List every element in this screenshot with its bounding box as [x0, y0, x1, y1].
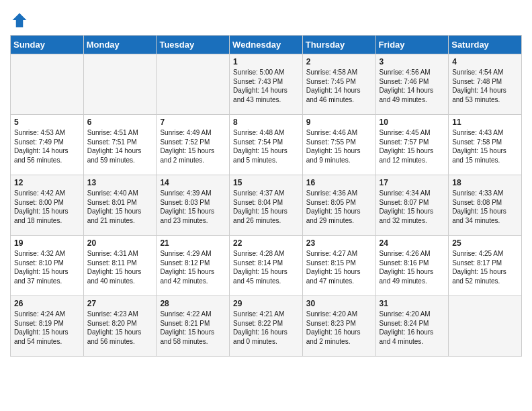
calendar-cell: 19Sunrise: 4:32 AMSunset: 8:10 PMDayligh…	[11, 236, 84, 296]
day-number: 26	[14, 299, 80, 308]
calendar-cell: 7Sunrise: 4:49 AMSunset: 7:52 PMDaylight…	[157, 115, 230, 175]
day-info: Sunrise: 4:56 AMSunset: 7:46 PMDaylight:…	[380, 68, 445, 104]
day-number: 9	[306, 118, 372, 127]
day-info: Sunrise: 4:49 AMSunset: 7:52 PMDaylight:…	[160, 128, 226, 165]
day-number: 21	[160, 238, 226, 248]
day-number: 6	[87, 118, 153, 127]
weekday-header-thursday: Thursday	[302, 36, 375, 54]
calendar-cell: 21Sunrise: 4:29 AMSunset: 8:12 PMDayligh…	[157, 236, 230, 296]
calendar-week-0: 1Sunrise: 5:00 AMSunset: 7:43 PMDaylight…	[11, 54, 522, 115]
calendar-cell: 11Sunrise: 4:43 AMSunset: 7:58 PMDayligh…	[449, 115, 522, 175]
day-number: 28	[160, 299, 226, 308]
calendar-cell: 31Sunrise: 4:20 AMSunset: 8:24 PMDayligh…	[375, 296, 449, 357]
day-info: Sunrise: 4:37 AMSunset: 8:04 PMDaylight:…	[233, 189, 299, 225]
day-number: 22	[233, 238, 299, 248]
day-info: Sunrise: 4:33 AMSunset: 8:08 PMDaylight:…	[452, 189, 518, 225]
calendar-cell: 12Sunrise: 4:42 AMSunset: 8:00 PMDayligh…	[11, 175, 84, 236]
day-info: Sunrise: 4:28 AMSunset: 8:14 PMDaylight:…	[233, 249, 299, 285]
day-number: 2	[306, 57, 372, 66]
logo	[10, 11, 30, 30]
day-number: 7	[160, 118, 226, 127]
day-info: Sunrise: 4:23 AMSunset: 8:20 PMDaylight:…	[87, 310, 153, 346]
day-info: Sunrise: 4:32 AMSunset: 8:10 PMDaylight:…	[14, 249, 80, 285]
calendar-cell	[11, 54, 84, 115]
calendar-cell	[449, 296, 522, 357]
day-number: 11	[452, 118, 518, 127]
day-number: 5	[14, 118, 80, 127]
day-info: Sunrise: 4:48 AMSunset: 7:54 PMDaylight:…	[233, 128, 299, 165]
day-info: Sunrise: 4:40 AMSunset: 8:01 PMDaylight:…	[87, 189, 153, 225]
calendar-cell	[157, 54, 230, 115]
calendar-cell: 23Sunrise: 4:27 AMSunset: 8:15 PMDayligh…	[302, 236, 375, 296]
calendar-table: SundayMondayTuesdayWednesdayThursdayFrid…	[10, 35, 522, 357]
day-info: Sunrise: 4:20 AMSunset: 8:24 PMDaylight:…	[380, 310, 445, 346]
day-info: Sunrise: 4:58 AMSunset: 7:45 PMDaylight:…	[306, 68, 372, 104]
day-number: 19	[14, 238, 80, 248]
calendar-cell: 18Sunrise: 4:33 AMSunset: 8:08 PMDayligh…	[449, 175, 522, 236]
day-info: Sunrise: 4:24 AMSunset: 8:19 PMDaylight:…	[14, 310, 80, 346]
calendar-cell: 9Sunrise: 4:46 AMSunset: 7:55 PMDaylight…	[302, 115, 375, 175]
day-info: Sunrise: 4:39 AMSunset: 8:03 PMDaylight:…	[160, 189, 226, 225]
calendar-week-1: 5Sunrise: 4:53 AMSunset: 7:49 PMDaylight…	[11, 115, 522, 175]
calendar-cell: 24Sunrise: 4:26 AMSunset: 8:16 PMDayligh…	[375, 236, 449, 296]
day-number: 8	[233, 118, 299, 127]
day-number: 15	[233, 178, 299, 187]
day-number: 4	[452, 57, 518, 66]
day-info: Sunrise: 4:43 AMSunset: 7:58 PMDaylight:…	[452, 128, 518, 165]
calendar-week-3: 19Sunrise: 4:32 AMSunset: 8:10 PMDayligh…	[11, 236, 522, 296]
page-header	[10, 7, 522, 30]
calendar-cell	[83, 54, 157, 115]
day-info: Sunrise: 4:31 AMSunset: 8:11 PMDaylight:…	[87, 249, 153, 285]
day-number: 30	[306, 299, 372, 308]
day-number: 18	[452, 178, 518, 187]
day-number: 1	[233, 57, 299, 66]
calendar-cell: 8Sunrise: 4:48 AMSunset: 7:54 PMDaylight…	[230, 115, 303, 175]
calendar-cell: 10Sunrise: 4:45 AMSunset: 7:57 PMDayligh…	[375, 115, 449, 175]
day-number: 13	[87, 178, 153, 187]
day-info: Sunrise: 4:45 AMSunset: 7:57 PMDaylight:…	[380, 128, 445, 165]
day-info: Sunrise: 4:21 AMSunset: 8:22 PMDaylight:…	[233, 310, 299, 346]
weekday-header-monday: Monday	[83, 36, 157, 54]
calendar-cell: 27Sunrise: 4:23 AMSunset: 8:20 PMDayligh…	[83, 296, 157, 357]
calendar-week-2: 12Sunrise: 4:42 AMSunset: 8:00 PMDayligh…	[11, 175, 522, 236]
day-info: Sunrise: 4:46 AMSunset: 7:55 PMDaylight:…	[306, 128, 372, 165]
day-number: 16	[306, 178, 372, 187]
calendar-cell: 15Sunrise: 4:37 AMSunset: 8:04 PMDayligh…	[230, 175, 303, 236]
calendar-cell: 29Sunrise: 4:21 AMSunset: 8:22 PMDayligh…	[230, 296, 303, 357]
weekday-header-sunday: Sunday	[11, 36, 84, 54]
calendar-cell: 2Sunrise: 4:58 AMSunset: 7:45 PMDaylight…	[302, 54, 375, 115]
day-info: Sunrise: 4:22 AMSunset: 8:21 PMDaylight:…	[160, 310, 226, 346]
calendar-cell: 16Sunrise: 4:36 AMSunset: 8:05 PMDayligh…	[302, 175, 375, 236]
day-info: Sunrise: 5:00 AMSunset: 7:43 PMDaylight:…	[233, 68, 299, 104]
day-info: Sunrise: 4:53 AMSunset: 7:49 PMDaylight:…	[14, 128, 80, 165]
calendar-cell: 4Sunrise: 4:54 AMSunset: 7:48 PMDaylight…	[449, 54, 522, 115]
calendar-cell: 28Sunrise: 4:22 AMSunset: 8:21 PMDayligh…	[157, 296, 230, 357]
weekday-header-saturday: Saturday	[449, 36, 522, 54]
calendar-cell: 1Sunrise: 5:00 AMSunset: 7:43 PMDaylight…	[230, 54, 303, 115]
day-info: Sunrise: 4:29 AMSunset: 8:12 PMDaylight:…	[160, 249, 226, 285]
weekday-header-row: SundayMondayTuesdayWednesdayThursdayFrid…	[11, 36, 522, 54]
weekday-header-wednesday: Wednesday	[230, 36, 303, 54]
day-info: Sunrise: 4:25 AMSunset: 8:17 PMDaylight:…	[452, 249, 518, 285]
logo-icon	[10, 11, 29, 30]
day-number: 25	[452, 238, 518, 248]
calendar-cell: 25Sunrise: 4:25 AMSunset: 8:17 PMDayligh…	[449, 236, 522, 296]
day-number: 23	[306, 238, 372, 248]
day-info: Sunrise: 4:26 AMSunset: 8:16 PMDaylight:…	[380, 249, 445, 285]
day-number: 12	[14, 178, 80, 187]
day-info: Sunrise: 4:42 AMSunset: 8:00 PMDaylight:…	[14, 189, 80, 225]
calendar-cell: 26Sunrise: 4:24 AMSunset: 8:19 PMDayligh…	[11, 296, 84, 357]
calendar-cell: 14Sunrise: 4:39 AMSunset: 8:03 PMDayligh…	[157, 175, 230, 236]
day-number: 20	[87, 238, 153, 248]
calendar-cell: 6Sunrise: 4:51 AMSunset: 7:51 PMDaylight…	[83, 115, 157, 175]
day-info: Sunrise: 4:36 AMSunset: 8:05 PMDaylight:…	[306, 189, 372, 225]
day-number: 27	[87, 299, 153, 308]
day-info: Sunrise: 4:34 AMSunset: 8:07 PMDaylight:…	[380, 189, 445, 225]
calendar-cell: 20Sunrise: 4:31 AMSunset: 8:11 PMDayligh…	[83, 236, 157, 296]
day-number: 29	[233, 299, 299, 308]
day-number: 3	[380, 57, 445, 66]
day-info: Sunrise: 4:54 AMSunset: 7:48 PMDaylight:…	[452, 68, 518, 104]
calendar-cell: 30Sunrise: 4:20 AMSunset: 8:23 PMDayligh…	[302, 296, 375, 357]
day-info: Sunrise: 4:20 AMSunset: 8:23 PMDaylight:…	[306, 310, 372, 346]
day-info: Sunrise: 4:27 AMSunset: 8:15 PMDaylight:…	[306, 249, 372, 285]
